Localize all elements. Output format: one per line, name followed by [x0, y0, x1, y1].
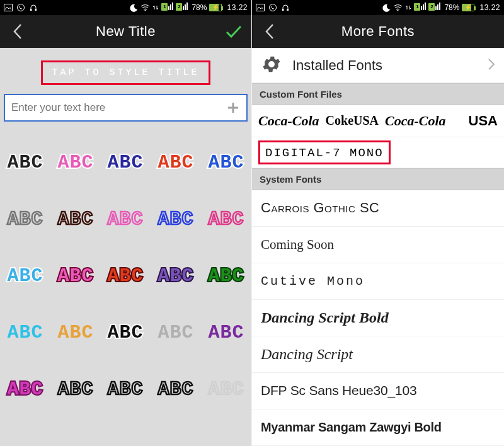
svg-point-33 [270, 4, 277, 11]
section-system-fonts: System Fonts [252, 168, 504, 190]
image-icon [4, 4, 13, 11]
page-title: More Fonts [282, 23, 474, 40]
svg-point-36 [398, 10, 399, 11]
screen-more-fonts: 1 2 78% ⚡ 13.22 More Fonts Installed Fon… [252, 0, 504, 446]
font-sample: Coca-Cola [385, 113, 446, 129]
title-input[interactable] [11, 101, 224, 114]
battery-percent: 78% [192, 3, 207, 12]
style-swatch[interactable]: ABC [0, 360, 50, 416]
data-arrows-icon [405, 4, 411, 11]
style-swatch[interactable]: ABC [201, 246, 251, 303]
svg-rect-35 [287, 9, 289, 11]
style-swatch[interactable]: ABC [151, 303, 201, 360]
status-bar: 1 2 78% ⚡ 13.22 [252, 0, 504, 15]
add-button[interactable] [224, 98, 243, 117]
headphones-icon [29, 3, 38, 12]
sim1-badge: 1 [414, 3, 426, 13]
style-preview-area: TAP TO STYLE TITLE [0, 48, 251, 94]
confirm-button[interactable] [221, 19, 246, 44]
svg-text:ABC: ABC [158, 322, 194, 343]
style-swatch[interactable]: ABC [151, 133, 201, 190]
style-swatch[interactable]: ABC [0, 246, 50, 303]
style-swatch[interactable]: ABC [50, 190, 101, 246]
style-swatch[interactable]: ABC [101, 360, 151, 416]
sim2-badge: 2 [176, 3, 188, 13]
back-button[interactable] [257, 19, 282, 44]
installed-fonts-row[interactable]: Installed Fonts [252, 48, 504, 83]
battery-percent: 78% [444, 3, 459, 12]
svg-rect-34 [282, 9, 284, 11]
svg-text:ABC: ABC [7, 379, 43, 400]
style-swatch[interactable]: ABC [201, 190, 251, 246]
battery-icon: ⚡ [462, 4, 474, 11]
svg-text:ABC: ABC [209, 322, 244, 343]
chevron-right-icon [488, 58, 495, 73]
header-bar: New Title [0, 15, 251, 48]
font-row[interactable]: Cutive Mono [252, 263, 504, 300]
svg-text:ABC: ABC [209, 379, 244, 400]
installed-fonts-label: Installed Fonts [292, 57, 382, 74]
svg-text:ABC: ABC [57, 209, 93, 230]
style-swatch[interactable]: ABC [101, 190, 151, 246]
font-row[interactable]: Carrois Gothic SC [252, 190, 504, 227]
style-swatch[interactable]: ABC [50, 303, 101, 360]
image-icon [256, 4, 265, 11]
svg-rect-0 [4, 4, 13, 11]
font-row-cocacola[interactable]: Coca-Cola CokeUSA Coca-Cola USA [252, 105, 504, 137]
font-sample: CokeUSA [326, 113, 379, 128]
style-swatch[interactable]: ABC [0, 303, 50, 360]
style-swatch[interactable]: ABC [50, 133, 101, 190]
font-row[interactable]: Dancing Script Bold [252, 300, 504, 336]
page-title: New Title [30, 23, 221, 40]
svg-text:ABC: ABC [158, 265, 194, 287]
whatsapp-icon [16, 3, 25, 12]
style-swatch[interactable]: ABC [201, 360, 251, 416]
style-swatch[interactable]: ABC [101, 246, 151, 303]
svg-rect-3 [35, 9, 37, 11]
svg-text:ABC: ABC [158, 209, 194, 230]
font-row[interactable]: DFP Sc Sans Heue30_103 [252, 373, 504, 409]
svg-point-1 [18, 4, 25, 11]
style-swatch[interactable]: ABC [151, 360, 201, 416]
data-arrows-icon [152, 4, 159, 11]
whatsapp-icon [268, 3, 277, 12]
style-swatch[interactable]: ABC [101, 303, 151, 360]
style-swatch[interactable]: ABC [151, 190, 201, 246]
style-swatch[interactable]: ABC [50, 246, 101, 303]
right-body[interactable]: Installed Fonts Custom Font Files Coca-C… [252, 48, 504, 446]
svg-text:ABC: ABC [7, 265, 43, 287]
left-body: TAP TO STYLE TITLE ABCABCABCABCABCABCABC… [0, 48, 251, 446]
style-swatch[interactable]: ABC [50, 360, 101, 416]
style-swatch[interactable]: ABC [101, 133, 151, 190]
svg-text:ABC: ABC [57, 322, 93, 343]
svg-text:ABC: ABC [7, 209, 43, 230]
section-custom-fonts: Custom Font Files [252, 83, 504, 105]
style-swatch[interactable]: ABC [201, 133, 251, 190]
style-swatch[interactable]: ABC [0, 190, 50, 246]
style-swatch[interactable]: ABC [0, 133, 50, 190]
headphones-icon [281, 3, 290, 12]
svg-text:ABC: ABC [108, 322, 144, 343]
font-row[interactable]: Dancing Script [252, 336, 504, 373]
style-preview[interactable]: TAP TO STYLE TITLE [41, 60, 210, 85]
font-row[interactable]: Myanmar Sangam Zawgyi Bold [252, 409, 504, 446]
style-swatch[interactable]: ABC [201, 303, 251, 360]
style-swatch[interactable]: ABC [151, 246, 201, 303]
svg-text:ABC: ABC [108, 209, 144, 230]
svg-text:ABC: ABC [7, 152, 43, 173]
sim2-badge: 2 [428, 3, 440, 13]
svg-text:ABC: ABC [209, 209, 244, 230]
font-sample: USA [469, 113, 498, 129]
sim1-badge: 1 [161, 3, 173, 13]
status-bar: 1 2 78% ⚡ 13.22 [0, 0, 251, 15]
battery-icon: ⚡ [209, 4, 222, 11]
svg-text:ABC: ABC [108, 152, 144, 173]
svg-point-4 [145, 10, 146, 11]
clock: 13.22 [227, 3, 248, 12]
font-row[interactable]: Coming Soon [252, 227, 504, 263]
font-row-digital7[interactable]: DIGITAL-7 MONO [252, 137, 504, 168]
svg-text:ABC: ABC [57, 152, 93, 173]
svg-text:ABC: ABC [108, 265, 144, 287]
back-button[interactable] [5, 19, 30, 44]
clock: 13.22 [479, 3, 500, 12]
